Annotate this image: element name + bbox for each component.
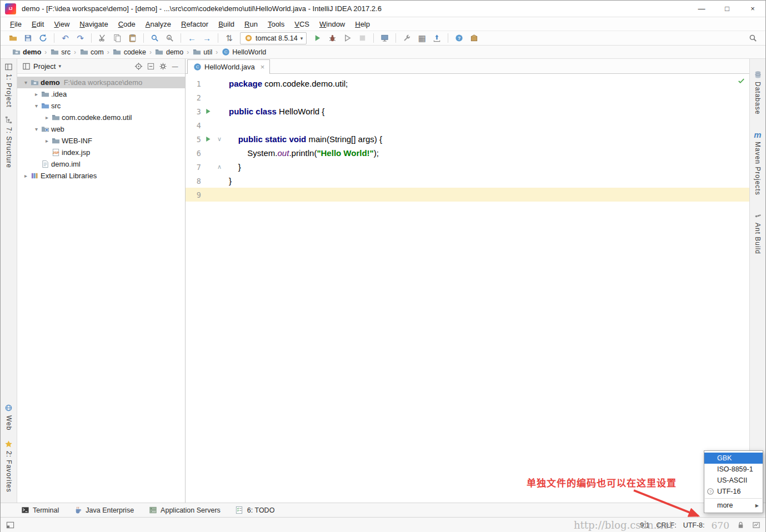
breadcrumb-codeke-3[interactable]: codeke xyxy=(112,48,147,57)
chevron-down-icon[interactable]: ▾ xyxy=(58,63,61,69)
menu-code[interactable]: Code xyxy=(113,18,141,30)
tree-item-web-inf[interactable]: ▸WEB-INF xyxy=(17,135,185,147)
tool-window-button-terminal[interactable]: Terminal xyxy=(21,506,59,515)
chevron-down-icon[interactable]: ▾ xyxy=(32,126,41,132)
menu-edit[interactable]: Edit xyxy=(27,18,49,30)
code-editor[interactable]: 1package com.codeke.demo.util;23public c… xyxy=(186,74,749,503)
run-config-selector[interactable]: tomcat 8.5.14▾ xyxy=(240,32,307,44)
run-line-icon[interactable] xyxy=(201,135,214,143)
window-close-button[interactable]: × xyxy=(740,1,765,17)
code-line-6[interactable]: 6 System.out.println("Hello World!"); xyxy=(186,146,749,160)
menu-build[interactable]: Build xyxy=(213,18,239,30)
breadcrumb-com-2[interactable]: com xyxy=(78,48,105,57)
sort-lines-button[interactable]: ⇅ xyxy=(222,32,236,44)
find-button[interactable] xyxy=(148,32,162,44)
chevron-right-icon[interactable]: ▸ xyxy=(22,173,30,179)
undo-button[interactable]: ↶ xyxy=(58,32,72,44)
menu-analyze[interactable]: Analyze xyxy=(141,18,176,30)
encoding-option-us-ascii[interactable]: US-ASCII xyxy=(704,475,763,486)
code-line-7[interactable]: 7∧ } xyxy=(186,160,749,174)
help-button[interactable]: ? xyxy=(452,32,466,44)
debug-button[interactable] xyxy=(326,32,339,44)
breadcrumb-demo-0[interactable]: demo xyxy=(11,48,42,57)
tree-item-demo-iml[interactable]: demo.iml xyxy=(17,158,185,170)
encoding-option-gbk[interactable]: GBK xyxy=(704,453,763,464)
run-line-icon[interactable] xyxy=(201,108,214,115)
encoding-widget[interactable]: UTF-8: xyxy=(683,521,705,529)
tree-item-src[interactable]: ▾src xyxy=(17,100,185,112)
tool-button-2-favorites[interactable]: 2: Favorites xyxy=(4,439,13,493)
target-button[interactable] xyxy=(133,62,144,71)
breadcrumb-helloworld-6[interactable]: CHelloWorld xyxy=(220,48,267,57)
editor-tab-helloworld[interactable]: C HelloWorld.java × xyxy=(187,59,270,74)
tree-item-web[interactable]: ▾web xyxy=(17,123,185,135)
code-line-5[interactable]: 5∨ public static void main(String[] args… xyxy=(186,132,749,146)
stop-button[interactable] xyxy=(356,32,369,44)
code-line-9[interactable]: 9 xyxy=(186,188,749,202)
tool-button-web[interactable]: Web xyxy=(4,404,13,430)
chevron-down-icon[interactable]: ▾ xyxy=(32,103,41,109)
fold-marker-icon[interactable]: ∧ xyxy=(214,163,224,170)
cut-button[interactable] xyxy=(96,32,109,44)
menu-view[interactable]: View xyxy=(49,18,74,30)
chevron-down-icon[interactable]: ▾ xyxy=(22,79,30,86)
chevron-right-icon[interactable]: ▸ xyxy=(43,138,51,144)
tab-close-icon[interactable]: × xyxy=(261,63,265,71)
memory-indicator-icon[interactable] xyxy=(752,521,760,530)
tool-window-button-java-enterprise[interactable]: Java Enterprise xyxy=(73,506,134,515)
wrench-button[interactable] xyxy=(400,32,414,44)
tool-button-ant-build[interactable]: Ant Build xyxy=(753,211,762,254)
search-everywhere-button[interactable] xyxy=(746,32,760,44)
menu-vcs[interactable]: VCS xyxy=(289,18,314,30)
forward-button[interactable]: → xyxy=(200,32,214,44)
replace-button[interactable]: a xyxy=(163,32,177,44)
menu-navigate[interactable]: Navigate xyxy=(74,18,113,30)
menu-tools[interactable]: Tools xyxy=(263,18,289,30)
toggle-tool-windows-icon[interactable] xyxy=(6,521,14,530)
code-line-4[interactable]: 4 xyxy=(186,118,749,132)
menu-window[interactable]: Window xyxy=(314,18,350,30)
export-button[interactable] xyxy=(430,32,444,44)
code-line-8[interactable]: 8} xyxy=(186,174,749,188)
window-maximize-button[interactable]: □ xyxy=(714,1,740,17)
tool-window-button-6-todo[interactable]: 6: TODO xyxy=(235,506,275,515)
collapse-button[interactable] xyxy=(145,62,156,71)
hide-button[interactable]: ─ xyxy=(169,62,181,71)
window-minimize-button[interactable]: — xyxy=(689,1,714,17)
tool-button-database[interactable]: Database xyxy=(753,70,762,114)
coverage-button[interactable] xyxy=(341,32,354,44)
menu-run[interactable]: Run xyxy=(239,18,263,30)
package-button[interactable] xyxy=(467,32,481,44)
tree-item-demo[interactable]: ▾demoF:\idea workspace\demo xyxy=(17,77,185,88)
tool-button-7-structure[interactable]: 7: Structure xyxy=(4,116,13,168)
chevron-right-icon[interactable]: ▸ xyxy=(43,114,51,121)
menu-help[interactable]: Help xyxy=(350,18,375,30)
tree-item-com-codeke-demo-util[interactable]: ▸com.codeke.demo.util xyxy=(17,112,185,123)
breadcrumb-util-5[interactable]: util xyxy=(191,48,213,57)
code-line-1[interactable]: 1package com.codeke.demo.util; xyxy=(186,77,749,91)
fold-marker-icon[interactable]: ∨ xyxy=(214,135,224,143)
tool-window-button-application-servers[interactable]: Application Servers xyxy=(148,506,221,515)
breadcrumb-src-1[interactable]: src xyxy=(49,48,72,57)
tree-item-idea[interactable]: ▸.idea xyxy=(17,88,185,100)
tool-button-maven-projects[interactable]: mMaven Projects xyxy=(753,130,762,195)
paste-button[interactable] xyxy=(126,32,139,44)
code-line-3[interactable]: 3public class HelloWorld { xyxy=(186,104,749,118)
run-button[interactable] xyxy=(311,32,324,44)
sync-button[interactable] xyxy=(36,32,50,44)
open-button[interactable] xyxy=(6,32,20,44)
encoding-option-more[interactable]: more▶ xyxy=(704,500,763,511)
encoding-option-utf-16[interactable]: ?UTF-16 xyxy=(704,486,763,497)
menu-refactor[interactable]: Refactor xyxy=(176,18,213,30)
project-panel-title[interactable]: Project xyxy=(33,62,56,71)
save-button[interactable] xyxy=(21,32,35,44)
redo-button[interactable]: ↷ xyxy=(73,32,87,44)
encoding-option-iso-8859-1[interactable]: ISO-8859-1 xyxy=(704,464,763,475)
tool-button-1-project[interactable]: 1: Project xyxy=(4,62,13,108)
breadcrumb-demo-4[interactable]: demo xyxy=(154,48,184,57)
back-button[interactable]: ← xyxy=(185,32,199,44)
chevron-right-icon[interactable]: ▸ xyxy=(32,91,41,97)
menu-file[interactable]: File xyxy=(5,18,27,30)
monitor-button[interactable] xyxy=(378,32,392,44)
tree-item-index-jsp[interactable]: JSPindex.jsp xyxy=(17,147,185,158)
